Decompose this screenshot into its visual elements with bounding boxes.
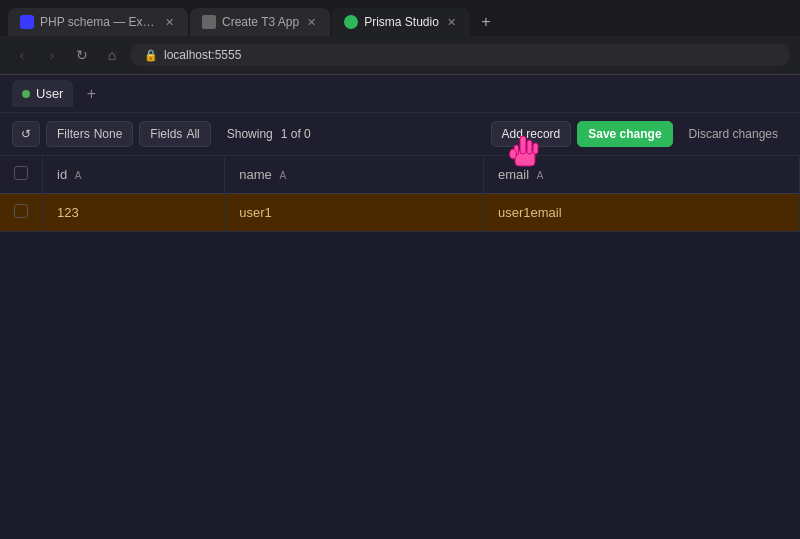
tab-favicon-prisma bbox=[344, 15, 358, 29]
tab-prisma[interactable]: Prisma Studio ✕ bbox=[332, 8, 470, 36]
row-name-cell[interactable]: user1 bbox=[225, 194, 484, 232]
tab-bar: PHP schema — Excalidraw Plus ✕ Create T3… bbox=[0, 0, 800, 36]
filters-label: Filters bbox=[57, 127, 90, 141]
table-body: 123 user1 user1email bbox=[0, 194, 800, 232]
col-id-header[interactable]: id A bbox=[43, 156, 225, 194]
col-email-header[interactable]: email A bbox=[484, 156, 800, 194]
tab-label-excalidraw: PHP schema — Excalidraw Plus bbox=[40, 15, 157, 29]
col-id-label: id bbox=[57, 167, 67, 182]
address-text: localhost:5555 bbox=[164, 48, 241, 62]
nav-bar: ‹ › ↻ ⌂ 🔒 localhost:5555 bbox=[0, 36, 800, 74]
user-tab-label: User bbox=[36, 86, 63, 101]
col-name-header[interactable]: name A bbox=[225, 156, 484, 194]
select-all-checkbox[interactable] bbox=[14, 166, 28, 180]
showing-label: Showing bbox=[227, 127, 273, 141]
showing-value: 1 of 0 bbox=[281, 127, 311, 141]
app-tab-bar: User + bbox=[0, 75, 800, 113]
filters-button[interactable]: Filters None bbox=[46, 121, 133, 147]
user-tab-dot bbox=[22, 90, 30, 98]
row-checkbox-cell bbox=[0, 194, 43, 232]
address-bar[interactable]: 🔒 localhost:5555 bbox=[130, 44, 790, 66]
table-row: 123 user1 user1email bbox=[0, 194, 800, 232]
filters-value: None bbox=[94, 127, 123, 141]
table-area: id A name A email A bbox=[0, 156, 800, 539]
tab-close-t3[interactable]: ✕ bbox=[305, 14, 318, 31]
data-table: id A name A email A bbox=[0, 156, 800, 232]
tab-label-t3: Create T3 App bbox=[222, 15, 299, 29]
row-email-cell[interactable]: user1email bbox=[484, 194, 800, 232]
table-header-row: id A name A email A bbox=[0, 156, 800, 194]
tab-favicon-t3 bbox=[202, 15, 216, 29]
col-name-sort: A bbox=[279, 170, 286, 181]
refresh-button[interactable]: ↻ bbox=[70, 43, 94, 67]
add-record-label: Add record bbox=[502, 127, 561, 141]
fields-button[interactable]: Fields All bbox=[139, 121, 210, 147]
new-tab-button[interactable]: + bbox=[472, 8, 500, 36]
home-button[interactable]: ⌂ bbox=[100, 43, 124, 67]
tab-favicon-excalidraw bbox=[20, 15, 34, 29]
col-email-label: email bbox=[498, 167, 529, 182]
lock-icon: 🔒 bbox=[144, 49, 158, 62]
col-checkbox bbox=[0, 156, 43, 194]
col-name-label: name bbox=[239, 167, 272, 182]
save-change-label: Save change bbox=[588, 127, 661, 141]
toolbar: ↺ Filters None Fields All Showing 1 of 0… bbox=[0, 113, 800, 156]
add-record-button[interactable]: Add record bbox=[491, 121, 572, 147]
showing-indicator: Showing 1 of 0 bbox=[217, 122, 321, 146]
row-checkbox[interactable] bbox=[14, 204, 28, 218]
app-body: User + ↺ Filters None Fields All Showing… bbox=[0, 75, 800, 539]
discard-changes-button[interactable]: Discard changes bbox=[679, 122, 788, 146]
browser-chrome: PHP schema — Excalidraw Plus ✕ Create T3… bbox=[0, 0, 800, 75]
col-email-sort: A bbox=[537, 170, 544, 181]
fields-value: All bbox=[186, 127, 199, 141]
tab-t3[interactable]: Create T3 App ✕ bbox=[190, 8, 330, 36]
row-id-cell[interactable]: 123 bbox=[43, 194, 225, 232]
save-change-button[interactable]: Save change bbox=[577, 121, 672, 147]
tab-excalidraw[interactable]: PHP schema — Excalidraw Plus ✕ bbox=[8, 8, 188, 36]
tab-close-excalidraw[interactable]: ✕ bbox=[163, 14, 176, 31]
fields-label: Fields bbox=[150, 127, 182, 141]
tab-label-prisma: Prisma Studio bbox=[364, 15, 439, 29]
new-model-tab-button[interactable]: + bbox=[79, 82, 103, 106]
refresh-data-button[interactable]: ↺ bbox=[12, 121, 40, 147]
refresh-icon: ↺ bbox=[21, 127, 31, 141]
forward-button[interactable]: › bbox=[40, 43, 64, 67]
col-id-sort: A bbox=[75, 170, 82, 181]
user-tab[interactable]: User bbox=[12, 80, 73, 107]
back-button[interactable]: ‹ bbox=[10, 43, 34, 67]
discard-label: Discard changes bbox=[689, 127, 778, 141]
tab-close-prisma[interactable]: ✕ bbox=[445, 14, 458, 31]
